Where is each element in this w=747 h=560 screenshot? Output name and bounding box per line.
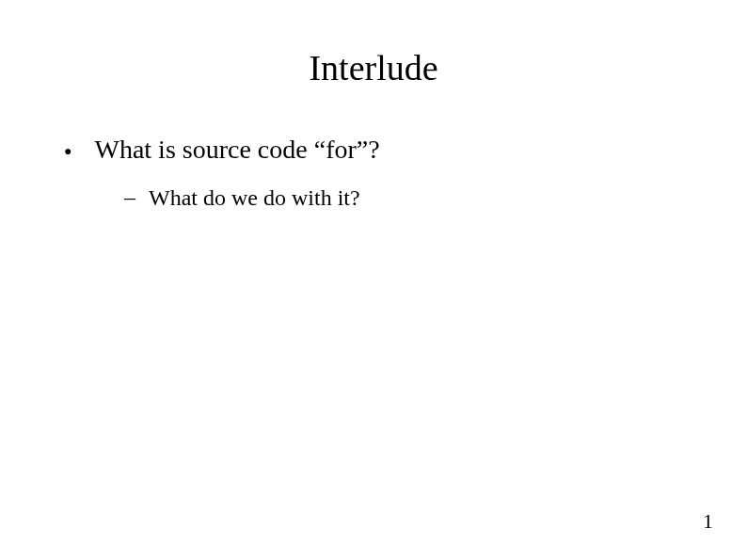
- page-number: 1: [703, 509, 713, 534]
- slide: Interlude ● What is source code “for”? –…: [0, 0, 747, 560]
- sub-bullet-text: What do we do with it?: [149, 184, 360, 212]
- bullet-item: ● What is source code “for”?: [56, 134, 691, 166]
- bullet-icon: ●: [64, 145, 72, 158]
- dash-icon: –: [124, 184, 135, 210]
- sub-bullet-item: – What do we do with it?: [56, 184, 691, 212]
- bullet-text: What is source code “for”?: [94, 134, 379, 166]
- slide-title: Interlude: [56, 47, 691, 88]
